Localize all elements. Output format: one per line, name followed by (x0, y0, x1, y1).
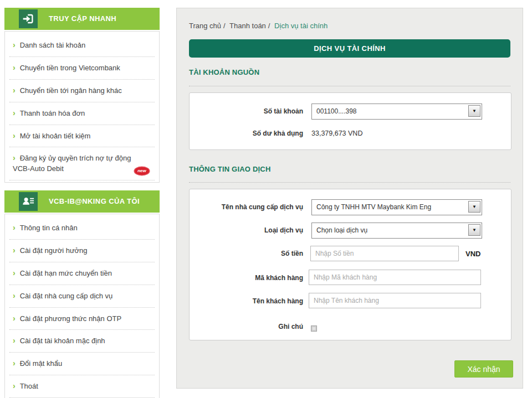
sidebar-item-label: Đăng ký ủy quyền trích nợ tự động VCB-Au… (13, 154, 131, 173)
chevron-right-icon: › (13, 314, 16, 323)
note-placeholder-icon (311, 325, 317, 332)
service-type-value: Chọn loại dịch vụ (312, 223, 482, 238)
sidebar-item-beneficiary-settings[interactable]: ›Cài đặt người hưởng (9, 240, 155, 262)
sidebar-item-label: Cài đặt hạn mức chuyển tiền (20, 269, 112, 277)
my-banking-header: VCB-IB@NKING CỦA TÔI (4, 190, 160, 213)
login-icon (19, 9, 38, 28)
quick-access-title: TRUY CẬP NHANH (49, 8, 116, 30)
account-number-label: Số tài khoản (190, 104, 303, 120)
sidebar-item-label: Thoát (20, 382, 38, 390)
account-number-value: 001100....398 (312, 104, 482, 119)
customer-name-input[interactable] (309, 293, 481, 308)
chevron-right-icon: › (13, 153, 16, 162)
customer-code-input[interactable] (309, 270, 481, 285)
chevron-right-icon: › (13, 223, 16, 232)
amount-label: Số tiền (190, 246, 303, 262)
chevron-right-icon: › (13, 40, 16, 49)
sidebar-item-personal-info[interactable]: ›Thông tin cá nhân (9, 217, 155, 240)
sidebar-item-transfer-within-vcb[interactable]: ›Chuyển tiền trong Vietcombank (9, 57, 155, 80)
breadcrumb-payment[interactable]: Thanh toán (229, 22, 266, 30)
sidebar-item-auto-debit[interactable]: ›Đăng ký ủy quyền trích nợ tự động VCB-A… (9, 147, 155, 180)
divider (189, 182, 510, 183)
sidebar-item-label: Danh sách tài khoản (20, 41, 86, 49)
sidebar-item-label: Cài đặt nhà cung cấp dịch vụ (20, 292, 113, 300)
my-banking-title: VCB-IB@NKING CỦA TÔI (49, 190, 140, 213)
amount-input[interactable] (310, 246, 459, 261)
sidebar-item-label: Chuyển tiền tới ngân hàng khác (20, 86, 122, 95)
chevron-right-icon: › (13, 291, 16, 300)
sidebar-item-provider-settings[interactable]: ›Cài đặt nhà cung cấp dịch vụ (9, 285, 155, 308)
sidebar-item-account-list[interactable]: ›Danh sách tài khoản (9, 34, 155, 57)
quick-access-header: TRUY CẬP NHANH (4, 8, 160, 30)
currency-suffix: VND (466, 246, 480, 262)
sidebar-item-transfer-other-bank[interactable]: ›Chuyển tiền tới ngân hàng khác (9, 80, 155, 102)
chevron-right-icon: › (13, 63, 16, 72)
dropdown-arrow-icon[interactable]: ▼ (468, 224, 480, 236)
new-badge: new (135, 167, 149, 175)
sidebar-item-logout[interactable]: ›Thoát (9, 375, 155, 398)
service-type-select[interactable]: Chọn loại dịch vụ ▼ (311, 223, 482, 239)
sidebar-item-bill-payment[interactable]: ›Thanh toán hóa đơn (9, 102, 155, 125)
page-title: DỊCH VỤ TÀI CHÍNH (189, 39, 510, 58)
source-account-heading: TÀI KHOẢN NGUỒN (189, 68, 259, 76)
main-panel: Trang chủ/ Thanh toán/ Dịch vụ tài chính… (176, 8, 523, 389)
sidebar-item-default-account[interactable]: ›Cài đặt tài khoản mặc định (9, 330, 155, 353)
transaction-heading: THÔNG TIN GIAO DỊCH (189, 165, 271, 173)
confirm-button[interactable]: Xác nhận (454, 360, 513, 378)
service-type-label: Loại dịch vụ (190, 223, 303, 239)
sidebar-item-label: Cài đặt phương thức nhận OTP (20, 314, 121, 323)
provider-select[interactable]: Công ty TNHH MTV Maybank Kim Eng ▼ (311, 199, 482, 215)
note-label: Ghi chú (190, 322, 303, 331)
breadcrumb-current: Dịch vụ tài chính (274, 22, 328, 30)
chevron-right-icon: › (13, 108, 16, 117)
sidebar-item-otp-method[interactable]: ›Cài đặt phương thức nhận OTP (9, 308, 155, 330)
sidebar-item-label: Thông tin cá nhân (20, 224, 78, 232)
chevron-right-icon: › (13, 336, 16, 345)
customer-name-label: Tên khách hàng (190, 293, 303, 309)
chevron-right-icon: › (13, 246, 16, 255)
transaction-box: Tên nhà cung cấp dịch vụ Công ty TNHH MT… (189, 189, 511, 340)
chevron-right-icon: › (13, 131, 16, 140)
sidebar-item-open-savings[interactable]: ›Mở tài khoản tiết kiệm (9, 125, 155, 148)
provider-label: Tên nhà cung cấp dịch vụ (190, 199, 303, 215)
customer-code-label: Mã khách hàng (190, 270, 303, 286)
sidebar-item-label: Đổi mật khẩu (20, 359, 63, 368)
source-account-box: Số tài khoản 001100....398 ▼ Số dư khả d… (189, 92, 511, 150)
chevron-right-icon: › (13, 268, 16, 277)
chevron-right-icon: › (13, 86, 16, 95)
dropdown-arrow-icon[interactable]: ▼ (468, 105, 480, 117)
my-banking-menu: ›Thông tin cá nhân ›Cài đặt người hưởng … (4, 214, 160, 398)
chevron-right-icon: › (13, 359, 16, 368)
sidebar-item-label: Cài đặt người hưởng (20, 246, 88, 255)
breadcrumb-separator: / (223, 22, 226, 30)
profile-card-icon (19, 192, 38, 211)
sidebar-item-label: Mở tài khoản tiết kiệm (20, 132, 91, 140)
breadcrumb: Trang chủ/ Thanh toán/ Dịch vụ tài chính (189, 22, 328, 30)
quick-access-menu: ›Danh sách tài khoản ›Chuyển tiền trong … (4, 31, 160, 183)
balance-value: 33,379,673 VND (311, 128, 362, 138)
sidebar-item-change-password[interactable]: ›Đổi mật khẩu (9, 353, 155, 375)
sidebar-item-label: Cài đặt tài khoản mặc định (20, 337, 105, 345)
breadcrumb-separator: / (268, 22, 270, 30)
divider (189, 86, 510, 86)
breadcrumb-home[interactable]: Trang chủ (189, 22, 221, 30)
account-number-select[interactable]: 001100....398 ▼ (311, 104, 482, 120)
dropdown-arrow-icon[interactable]: ▼ (468, 201, 480, 213)
sidebar-item-label: Chuyển tiền trong Vietcombank (20, 64, 120, 72)
chevron-right-icon: › (13, 381, 16, 390)
balance-label: Số dư khả dụng (190, 128, 303, 138)
provider-value: Công ty TNHH MTV Maybank Kim Eng (312, 200, 482, 215)
vietcombank-ibanking-page: TRUY CẬP NHANH ›Danh sách tài khoản ›Chu… (0, 0, 532, 398)
sidebar-item-label: Thanh toán hóa đơn (20, 109, 85, 117)
sidebar-item-transfer-limit[interactable]: ›Cài đặt hạn mức chuyển tiền (9, 262, 155, 285)
